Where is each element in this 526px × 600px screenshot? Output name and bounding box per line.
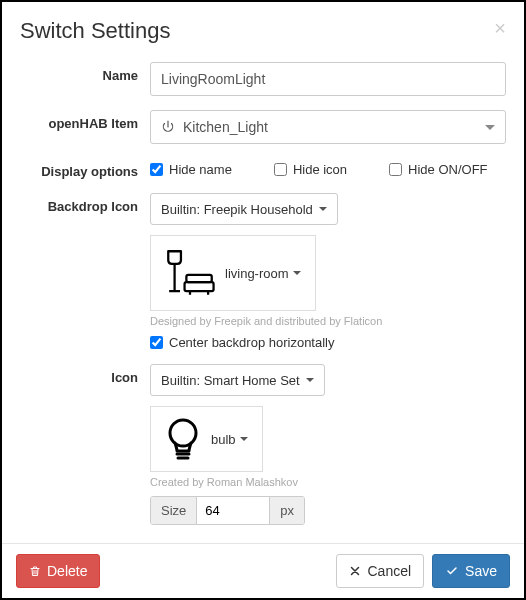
icon-preview[interactable]: bulb — [150, 406, 263, 472]
hide-onoff-label: Hide ON/OFF — [408, 162, 487, 177]
check-icon — [445, 565, 459, 577]
close-icon[interactable]: × — [494, 18, 506, 38]
label-display-options: Display options — [20, 158, 150, 179]
bulb-icon — [159, 415, 207, 463]
label-backdrop-icon: Backdrop Icon — [20, 193, 150, 214]
hide-icon-label: Hide icon — [293, 162, 347, 177]
item-select[interactable]: Kitchen_Light — [150, 110, 506, 144]
svg-rect-3 — [185, 282, 214, 291]
trash-icon — [29, 565, 41, 577]
chevron-down-icon — [306, 378, 314, 382]
backdrop-iconset-value: Builtin: Freepik Household — [161, 202, 313, 217]
backdrop-icon-preview[interactable]: living-room — [150, 235, 316, 311]
power-icon — [161, 120, 175, 134]
center-backdrop-checkbox[interactable]: Center backdrop horizontally — [150, 335, 506, 350]
hide-name-label: Hide name — [169, 162, 232, 177]
backdrop-preview-label: living-room — [225, 266, 289, 281]
backdrop-iconset-select[interactable]: Builtin: Freepik Household — [150, 193, 338, 225]
delete-label: Delete — [47, 563, 87, 579]
chevron-down-icon — [485, 125, 495, 130]
icon-size-input[interactable] — [197, 497, 269, 524]
chevron-down-icon — [293, 271, 301, 275]
backdrop-credit: Designed by Freepik and distributed by F… — [150, 315, 506, 327]
dialog-title: Switch Settings — [20, 18, 170, 44]
label-name: Name — [20, 62, 150, 83]
size-addon-unit: px — [269, 497, 304, 524]
save-button[interactable]: Save — [432, 554, 510, 588]
hide-onoff-checkbox[interactable]: Hide ON/OFF — [389, 162, 487, 177]
delete-button[interactable]: Delete — [16, 554, 100, 588]
icon-credit: Created by Roman Malashkov — [150, 476, 506, 488]
cancel-label: Cancel — [367, 563, 411, 579]
save-label: Save — [465, 563, 497, 579]
size-addon-label: Size — [151, 497, 197, 524]
center-backdrop-label: Center backdrop horizontally — [169, 335, 334, 350]
label-icon: Icon — [20, 364, 150, 385]
hide-icon-checkbox[interactable]: Hide icon — [274, 162, 347, 177]
hide-name-checkbox[interactable]: Hide name — [150, 162, 232, 177]
icon-iconset-select[interactable]: Builtin: Smart Home Set — [150, 364, 325, 396]
icon-preview-label: bulb — [211, 432, 236, 447]
icon-size-group: Size px — [150, 496, 305, 525]
label-openhab-item: openHAB Item — [20, 110, 150, 131]
item-select-value: Kitchen_Light — [183, 119, 268, 135]
chevron-down-icon — [240, 437, 248, 441]
icon-iconset-value: Builtin: Smart Home Set — [161, 373, 300, 388]
cancel-button[interactable]: Cancel — [336, 554, 424, 588]
close-icon — [349, 565, 361, 577]
name-input[interactable] — [150, 62, 506, 96]
chevron-down-icon — [319, 207, 327, 211]
living-room-icon — [159, 244, 221, 302]
